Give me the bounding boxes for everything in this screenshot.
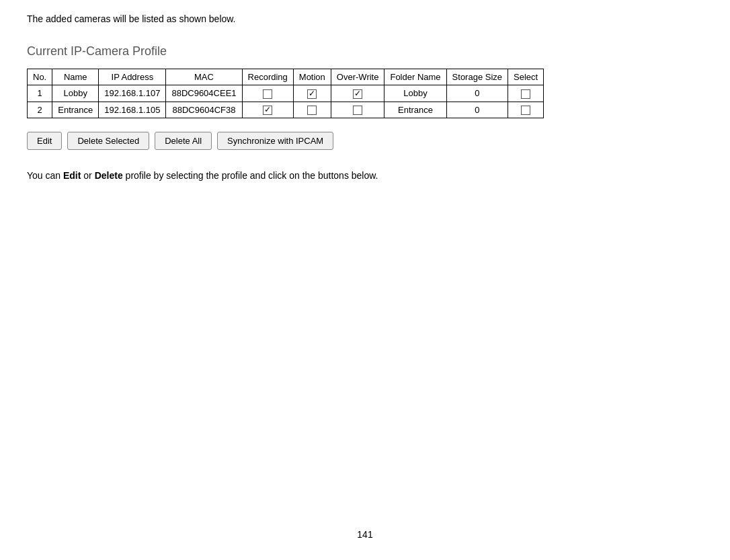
instruction-suffix: profile by selecting the profile and cli… bbox=[123, 170, 378, 181]
edit-button[interactable]: Edit bbox=[27, 132, 62, 150]
checkbox[interactable] bbox=[353, 89, 362, 99]
delete-all-button[interactable]: Delete All bbox=[155, 132, 212, 150]
cell-folder: Lobby bbox=[384, 85, 446, 102]
cell-name: Entrance bbox=[52, 102, 99, 118]
col-ip: IP Address bbox=[99, 69, 166, 85]
cell-mac: 88DC9604CEE1 bbox=[166, 85, 242, 102]
col-motion: Motion bbox=[293, 69, 331, 85]
table-row: 2Entrance192.168.1.10588DC9604CF38Entran… bbox=[28, 102, 544, 118]
cell-folder: Entrance bbox=[384, 102, 446, 118]
checkbox[interactable] bbox=[521, 106, 530, 115]
delete-selected-button[interactable]: Delete Selected bbox=[67, 132, 149, 150]
edit-bold: Edit bbox=[63, 170, 81, 181]
cell-recording bbox=[242, 85, 293, 102]
col-recording: Recording bbox=[242, 69, 293, 85]
instruction-prefix: You can bbox=[27, 170, 63, 181]
cell-storage: 0 bbox=[446, 85, 508, 102]
col-mac: MAC bbox=[166, 69, 242, 85]
checkbox[interactable] bbox=[263, 89, 272, 99]
checkbox[interactable] bbox=[521, 89, 530, 99]
cell-recording bbox=[242, 102, 293, 118]
intro-text: The added cameras will be listed as show… bbox=[27, 13, 703, 24]
section-title: Current IP-Camera Profile bbox=[27, 44, 703, 58]
col-overwrite: Over-Write bbox=[331, 69, 384, 85]
checkbox[interactable] bbox=[307, 106, 317, 115]
cell-select bbox=[508, 102, 544, 118]
cell-motion bbox=[293, 85, 331, 102]
checkbox[interactable] bbox=[263, 106, 272, 115]
col-name: Name bbox=[52, 69, 99, 85]
checkbox[interactable] bbox=[353, 106, 362, 115]
cell-storage: 0 bbox=[446, 102, 508, 118]
cell-no: 1 bbox=[28, 85, 52, 102]
cell-overwrite bbox=[331, 85, 384, 102]
instruction-middle: or bbox=[81, 170, 94, 181]
cell-name: Lobby bbox=[52, 85, 99, 102]
edit-delete-instructions: You can Edit or Delete profile by select… bbox=[27, 170, 703, 181]
synchronize-button[interactable]: Synchronize with IPCAM bbox=[217, 132, 333, 150]
col-select: Select bbox=[508, 69, 544, 85]
cell-no: 2 bbox=[28, 102, 52, 118]
col-storage: Storage Size bbox=[446, 69, 508, 85]
cell-select bbox=[508, 85, 544, 102]
delete-bold: Delete bbox=[95, 170, 123, 181]
col-folder: Folder Name bbox=[384, 69, 446, 85]
cell-ip: 192.168.1.107 bbox=[99, 85, 166, 102]
cell-ip: 192.168.1.105 bbox=[99, 102, 166, 118]
checkbox[interactable] bbox=[307, 89, 317, 99]
col-no: No. bbox=[28, 69, 52, 85]
page-number: 141 bbox=[27, 529, 703, 540]
cell-mac: 88DC9604CF38 bbox=[166, 102, 242, 118]
table-row: 1Lobby192.168.1.10788DC9604CEE1Lobby0 bbox=[28, 85, 544, 102]
camera-profile-table: No. Name IP Address MAC Recording Motion… bbox=[27, 69, 544, 118]
cell-motion bbox=[293, 102, 331, 118]
table-header-row: No. Name IP Address MAC Recording Motion… bbox=[28, 69, 544, 85]
cell-overwrite bbox=[331, 102, 384, 118]
action-buttons: Edit Delete Selected Delete All Synchron… bbox=[27, 132, 703, 150]
